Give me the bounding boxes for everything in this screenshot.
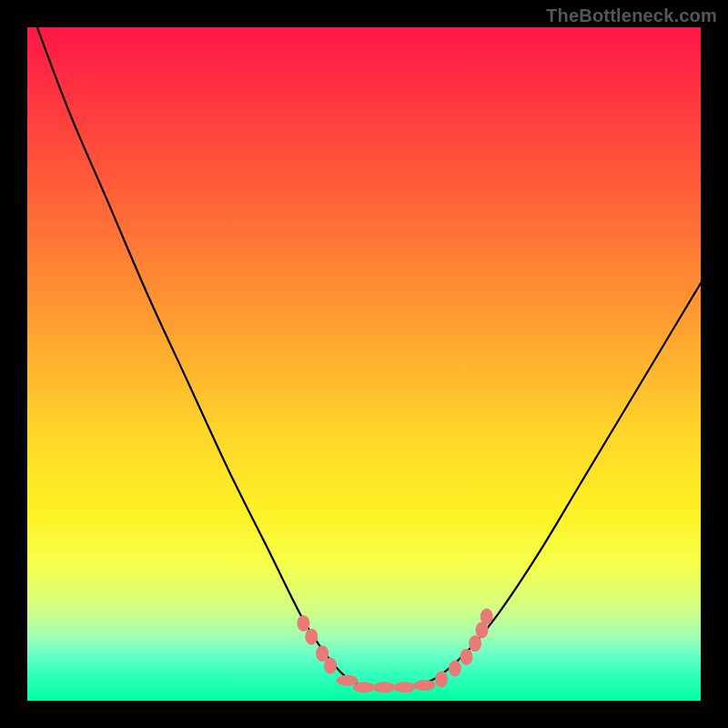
chart-frame: TheBottleneck.com: [0, 0, 728, 728]
bottleneck-curve: [27, 27, 701, 688]
curve-markers: [297, 609, 492, 693]
curve-marker: [469, 635, 481, 652]
curve-marker: [393, 682, 415, 693]
curve-marker: [414, 680, 436, 691]
plot-area: [27, 27, 701, 701]
curve-marker: [297, 615, 309, 632]
chart-svg: [27, 27, 701, 701]
curve-marker: [305, 629, 318, 645]
curve-marker: [449, 660, 461, 676]
curve-marker: [324, 658, 337, 674]
curve-marker: [353, 682, 375, 693]
curve-marker: [480, 609, 493, 625]
curve-marker: [373, 682, 395, 693]
watermark-text: TheBottleneck.com: [546, 5, 717, 26]
curve-marker: [460, 649, 472, 665]
curve-marker: [435, 671, 448, 687]
